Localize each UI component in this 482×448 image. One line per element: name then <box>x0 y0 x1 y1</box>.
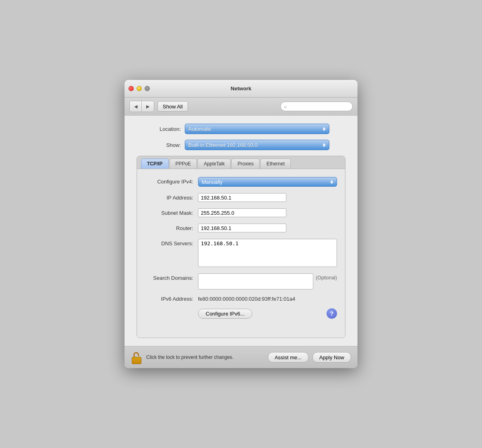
tab-bar: TCP/IP PPPoE AppleTalk Proxies Ethernet <box>137 156 345 169</box>
configure-ipv4-value: Manually <box>202 179 223 185</box>
show-arrow-icon <box>323 143 326 147</box>
ip-address-field[interactable] <box>198 193 286 202</box>
network-window: Network ◀ ▶ Show All ⌕ Location: Automat… <box>125 80 357 368</box>
lock-body-icon <box>132 357 141 364</box>
show-label: Show: <box>137 142 181 148</box>
back-button[interactable]: ◀ <box>130 101 142 112</box>
dns-servers-field[interactable]: 192.168.50.1 <box>198 239 337 267</box>
forward-button[interactable]: ▶ <box>142 101 154 112</box>
location-label: Location: <box>137 126 181 132</box>
search-box: ⌕ <box>280 102 353 111</box>
show-all-button[interactable]: Show All <box>157 101 188 112</box>
router-field[interactable] <box>198 224 286 232</box>
tab-proxies[interactable]: Proxies <box>231 159 259 169</box>
tab-container: TCP/IP PPPoE AppleTalk Proxies Ethernet … <box>137 156 345 338</box>
nav-buttons: ◀ ▶ <box>129 101 154 112</box>
search-icon: ⌕ <box>284 104 287 109</box>
location-value: Automatic <box>188 126 320 132</box>
apply-now-button[interactable]: Apply Now <box>312 352 351 362</box>
tab-tcpip[interactable]: TCP/IP <box>141 159 169 169</box>
zoom-button[interactable] <box>145 86 150 91</box>
close-button[interactable] <box>129 86 134 91</box>
window-title: Network <box>231 86 251 92</box>
tab-ethernet[interactable]: Ethernet <box>260 159 290 169</box>
dns-servers-label: DNS Servers: <box>141 239 193 246</box>
configure-ipv4-select[interactable]: Manually <box>198 177 337 187</box>
configure-ipv4-label: Configure IPv4: <box>141 177 193 185</box>
assist-me-button[interactable]: Assist me... <box>268 352 308 362</box>
tab-pppoe[interactable]: PPPoE <box>170 159 197 169</box>
show-value: Built-in Ethernet 192.168.50.0 <box>188 142 320 148</box>
ip-address-row: IP Address: <box>141 193 337 202</box>
search-domains-label: Search Domains: <box>141 273 193 281</box>
traffic-lights <box>129 86 150 91</box>
tab-content-tcpip: Configure IPv4: Manually IP Address: <box>137 169 345 338</box>
router-row: Router: <box>141 224 337 232</box>
location-select[interactable]: Automatic <box>185 124 329 134</box>
search-domains-field[interactable] <box>198 273 313 289</box>
location-arrow-icon <box>323 127 326 131</box>
configure-ipv4-arrow-icon <box>330 180 333 184</box>
optional-label: (Optional) <box>316 273 337 281</box>
tab-appletalk[interactable]: AppleTalk <box>198 159 231 169</box>
subnet-mask-row: Subnet Mask: <box>141 208 337 217</box>
minimize-button[interactable] <box>137 86 142 91</box>
search-domains-row: Search Domains: (Optional) <box>141 273 337 289</box>
titlebar: Network <box>125 80 357 98</box>
show-row: Show: Built-in Ethernet 192.168.50.0 <box>137 140 345 150</box>
show-select[interactable]: Built-in Ethernet 192.168.50.0 <box>185 140 329 150</box>
ipv6-address-label: IPv6 Address: <box>141 296 193 302</box>
ip-address-label: IP Address: <box>141 193 193 201</box>
lock-button[interactable] <box>131 350 142 364</box>
subnet-mask-field[interactable] <box>198 208 286 217</box>
ipv6-btn-row: Configure IPv6... ? <box>141 308 337 319</box>
lock-status-text: Click the lock to prevent further change… <box>146 354 264 360</box>
subnet-mask-label: Subnet Mask: <box>141 208 193 216</box>
configure-ipv4-row: Configure IPv4: Manually <box>141 177 337 187</box>
main-content: Location: Automatic Show: Built-in Ether… <box>125 116 357 346</box>
router-label: Router: <box>141 224 193 231</box>
configure-ipv6-button[interactable]: Configure IPv6... <box>198 309 252 319</box>
ipv6-address-value: fe80:0000:0000:0000:020d:93ff:fe71:01a4 <box>198 296 295 302</box>
bottom-bar: Click the lock to prevent further change… <box>125 346 357 368</box>
toolbar: ◀ ▶ Show All ⌕ <box>125 98 357 116</box>
ipv6-address-row: IPv6 Address: fe80:0000:0000:0000:020d:9… <box>141 296 337 302</box>
location-row: Location: Automatic <box>137 124 345 134</box>
dns-servers-row: DNS Servers: 192.168.50.1 <box>141 239 337 267</box>
help-button[interactable]: ? <box>327 308 337 319</box>
search-input[interactable] <box>288 104 349 109</box>
